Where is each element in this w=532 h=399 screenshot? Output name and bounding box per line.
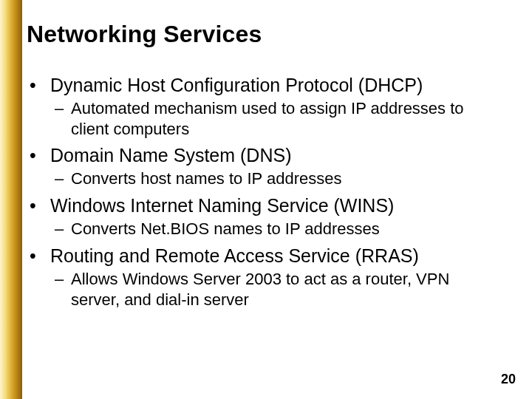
list-item-text: Domain Name System (DNS) bbox=[50, 143, 291, 167]
sublist-item-text: Automated mechanism used to assign IP ad… bbox=[71, 98, 485, 139]
sublist: – Converts Net.BIOS names to IP addresse… bbox=[30, 219, 517, 239]
sublist-item: – Converts Net.BIOS names to IP addresse… bbox=[55, 219, 517, 239]
sublist: – Converts host names to IP addresses bbox=[30, 168, 517, 189]
sublist-item-text: Converts host names to IP addresses bbox=[71, 168, 341, 189]
page-number: 20 bbox=[501, 372, 516, 387]
list-item-text: Windows Internet Naming Service (WINS) bbox=[50, 194, 394, 217]
list-item: • Routing and Remote Access Service (RRA… bbox=[30, 244, 517, 310]
sublist: – Allows Windows Server 2003 to act as a… bbox=[30, 269, 517, 310]
dash-icon: – bbox=[55, 219, 71, 239]
list-item-row: • Dynamic Host Configuration Protocol (D… bbox=[30, 73, 517, 97]
sublist-item-text: Converts Net.BIOS names to IP addresses bbox=[71, 219, 380, 239]
sublist-item: – Automated mechanism used to assign IP … bbox=[55, 98, 517, 139]
list-item-text: Dynamic Host Configuration Protocol (DHC… bbox=[50, 73, 423, 97]
slide-title: Networking Services bbox=[27, 21, 517, 48]
bullet-list: • Dynamic Host Configuration Protocol (D… bbox=[27, 73, 517, 310]
sublist-item: – Converts host names to IP addresses bbox=[55, 168, 517, 189]
bullet-icon: • bbox=[30, 73, 50, 97]
accent-bar bbox=[0, 0, 22, 399]
list-item-row: • Domain Name System (DNS) bbox=[30, 143, 517, 167]
sublist-item-text: Allows Windows Server 2003 to act as a r… bbox=[71, 269, 485, 310]
list-item-row: • Routing and Remote Access Service (RRA… bbox=[30, 244, 517, 267]
list-item: • Dynamic Host Configuration Protocol (D… bbox=[30, 73, 517, 139]
list-item-text: Routing and Remote Access Service (RRAS) bbox=[50, 244, 419, 267]
sublist: – Automated mechanism used to assign IP … bbox=[30, 98, 517, 139]
dash-icon: – bbox=[55, 269, 71, 290]
slide-content: Networking Services • Dynamic Host Confi… bbox=[27, 21, 517, 314]
dash-icon: – bbox=[55, 98, 71, 119]
bullet-icon: • bbox=[30, 194, 50, 217]
list-item: • Domain Name System (DNS) – Converts ho… bbox=[30, 143, 517, 189]
sublist-item: – Allows Windows Server 2003 to act as a… bbox=[55, 269, 517, 310]
list-item-row: • Windows Internet Naming Service (WINS) bbox=[30, 194, 517, 217]
bullet-icon: • bbox=[30, 143, 50, 167]
bullet-icon: • bbox=[30, 244, 50, 267]
list-item: • Windows Internet Naming Service (WINS)… bbox=[30, 194, 517, 239]
dash-icon: – bbox=[55, 168, 71, 189]
